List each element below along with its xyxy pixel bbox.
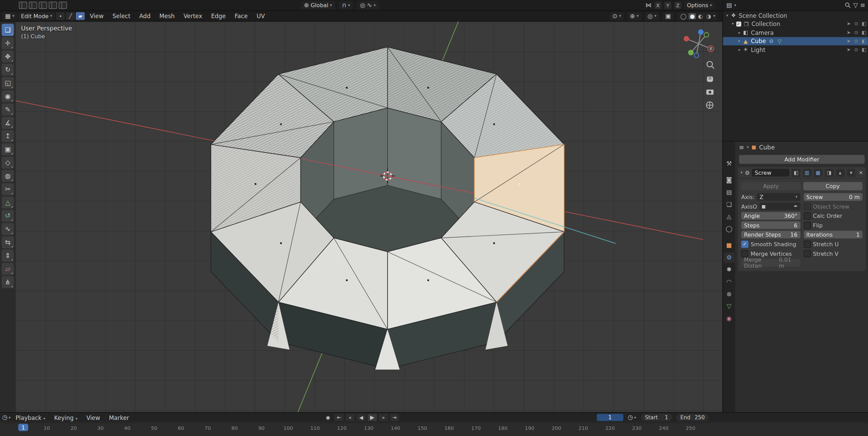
merge-distance-field[interactable]: Merge Distan 0.01 m	[741, 259, 800, 267]
display-realtime-toggle[interactable]: ▥	[803, 169, 812, 177]
properties-tab-view-layer[interactable]: ❏	[724, 199, 735, 210]
collection-checkbox[interactable]: ✓	[736, 22, 741, 27]
play-reverse-button[interactable]: ◀	[357, 414, 366, 421]
eyedropper-icon[interactable]: ✒	[794, 203, 798, 209]
gizmo-z-neg[interactable]	[694, 53, 699, 58]
hide-eye-icon[interactable]: ⊙	[854, 21, 858, 27]
menu-edge[interactable]: Edge	[207, 11, 230, 21]
overlays-dropdown[interactable]: ◎ ▾	[645, 12, 659, 20]
layout-icon-2[interactable]	[29, 2, 37, 9]
render-steps-field[interactable]: Render Steps 16	[741, 231, 800, 239]
outliner-row-camera[interactable]: ▸ ◧ Camera ➤ ⊙ ◧	[723, 28, 868, 37]
close-icon[interactable]: ✕	[859, 170, 863, 175]
restrict-render-icon[interactable]: ◧	[861, 21, 866, 27]
tool-loop-cut[interactable]: ◍	[2, 170, 14, 182]
snap-toggle[interactable]: ∩ ▾	[339, 1, 353, 9]
shading-rendered-button[interactable]: ◑	[705, 13, 712, 19]
camera-view-icon[interactable]	[707, 90, 714, 95]
transform-orientation-dropdown[interactable]: ⊕ Global ▾	[301, 1, 335, 9]
jump-to-start-button[interactable]: ⇤	[334, 414, 344, 421]
outliner-row-scene-collection[interactable]: ▾ ❖ Scene Collection	[723, 11, 868, 19]
playback-sync-dropdown[interactable]: ◷ ▾	[628, 414, 636, 421]
shading-material-button[interactable]: ◐	[697, 13, 704, 19]
restrict-render-icon[interactable]: ◧	[861, 30, 866, 35]
editor-type-button[interactable]: ▦ ▾	[2, 12, 17, 20]
face-select-mode-button[interactable]: ▰	[76, 12, 85, 20]
stretch-u-checkbox[interactable]	[803, 240, 811, 248]
tool-measure[interactable]: ∡	[2, 117, 14, 129]
calc-order-checkbox[interactable]	[803, 212, 811, 219]
restrict-select-icon[interactable]: ➤	[847, 47, 851, 52]
frame-ruler[interactable]: 1 10203040506070809010011012013014015016…	[0, 422, 868, 436]
properties-tab-modifiers[interactable]: ⚙	[724, 252, 735, 263]
editor-timeline-icon[interactable]: ◷	[2, 414, 8, 421]
visibility-dropdown[interactable]: ⊙ ▾	[610, 12, 624, 20]
properties-tab-tool[interactable]: ⚒	[724, 158, 735, 169]
expand-icon[interactable]: ▾	[726, 13, 728, 17]
menu-select[interactable]: Select	[108, 11, 134, 21]
viewport-3d[interactable]: X User Perspective (1) Cube	[15, 22, 722, 412]
restrict-render-icon[interactable]: ◧	[861, 47, 866, 52]
tool-scale[interactable]: ◱	[2, 77, 14, 89]
tool-select-box[interactable]: ❏	[2, 24, 14, 36]
hide-eye-icon[interactable]: ⊙	[854, 30, 858, 35]
mode-dropdown[interactable]: Edit Mode ▾	[18, 12, 55, 20]
editor-outliner-icon[interactable]: ▤	[726, 2, 732, 9]
tool-cursor[interactable]: ✛	[2, 37, 14, 49]
menu-marker[interactable]: Marker	[105, 412, 133, 422]
move-down-button[interactable]: ▾	[847, 169, 856, 177]
playhead-current-frame[interactable]: 1	[18, 424, 28, 431]
gizmos-dropdown[interactable]: ⊕ ▾	[627, 12, 642, 20]
display-cage-toggle[interactable]: ◨	[825, 169, 833, 177]
axis-dropdown[interactable]: Z ▾	[757, 193, 800, 201]
proportional-edit-toggle[interactable]: ◎ ∿ ▾	[357, 1, 378, 9]
properties-tab-particles[interactable]: ✱	[724, 264, 735, 275]
smooth-shading-checkbox[interactable]: ✓	[741, 240, 748, 248]
collapse-icon[interactable]: ▸	[738, 30, 740, 35]
restrict-select-icon[interactable]: ➤	[847, 38, 851, 44]
move-up-button[interactable]: ▴	[836, 169, 845, 177]
mirror-x-toggle[interactable]: X	[654, 2, 661, 9]
menu-keying[interactable]: Keying ▾	[50, 412, 81, 422]
modifier-wrench-icon[interactable]: ⚙	[768, 38, 774, 44]
layout-icon-5[interactable]	[59, 2, 67, 9]
filter-icon[interactable]: ▽	[853, 2, 858, 9]
mesh-data-icon[interactable]: ▽	[776, 38, 782, 44]
menu-mesh[interactable]: Mesh	[156, 11, 179, 21]
gizmo-z-pos[interactable]	[698, 29, 703, 35]
add-modifier-button[interactable]: Add Modifier	[739, 155, 865, 164]
tool-poly-build[interactable]: △	[2, 196, 14, 209]
tool-extrude-region[interactable]: ↥	[2, 130, 14, 142]
xray-toggle[interactable]: ▣	[662, 12, 674, 20]
properties-tab-object-data[interactable]: ▽	[724, 301, 735, 312]
iterations-field[interactable]: Iterations 1	[803, 231, 862, 239]
auto-key-record-button[interactable]: ◉	[323, 414, 333, 421]
navigation-gizmo[interactable]: X	[684, 29, 714, 58]
hide-eye-icon[interactable]: ⊙	[854, 38, 858, 44]
apply-button[interactable]: Apply	[741, 182, 801, 190]
mirror-z-toggle[interactable]: Z	[674, 2, 682, 9]
properties-tab-output[interactable]: ▤	[724, 187, 735, 198]
editor-props-icon[interactable]: ≡	[739, 144, 744, 151]
properties-tab-physics[interactable]: ◠	[724, 277, 735, 287]
gizmo-y-pos[interactable]	[688, 50, 694, 55]
modifier-name-field[interactable]: Screw	[752, 169, 789, 176]
outliner-row-light[interactable]: ▸ ☀ Light ➤ ⊙ ◧	[723, 45, 868, 54]
layout-icon-4[interactable]	[49, 2, 57, 9]
tool-shrink-fatten[interactable]: ⇕	[2, 250, 14, 262]
options-dropdown[interactable]: Options ▾	[684, 1, 715, 9]
properties-tab-object[interactable]: ■	[724, 240, 735, 251]
gizmo-y-neg[interactable]	[704, 32, 709, 37]
screw-field[interactable]: Screw 0 m	[803, 193, 862, 201]
current-frame-field[interactable]: 1	[597, 414, 623, 421]
flip-checkbox[interactable]	[803, 222, 811, 229]
edge-select-mode-button[interactable]: ╱	[66, 12, 75, 20]
merge-vertices-checkbox[interactable]	[741, 250, 748, 257]
tool-annotate[interactable]: ✎	[2, 104, 14, 116]
display-editmode-toggle[interactable]: ▦	[814, 169, 822, 177]
layout-icon-1[interactable]	[19, 2, 27, 9]
menu-vertex[interactable]: Vertex	[180, 11, 206, 21]
search-icon[interactable]	[845, 2, 851, 8]
steps-field[interactable]: Steps 6	[741, 221, 800, 229]
menu-view[interactable]: View	[86, 11, 107, 21]
